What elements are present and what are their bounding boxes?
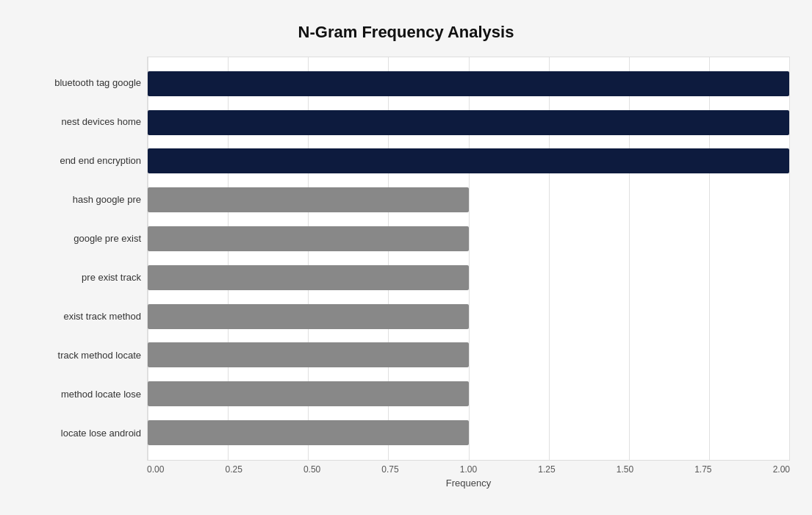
- bar-row: [148, 223, 789, 255]
- bar-row: [148, 300, 789, 333]
- bar-row: [148, 145, 789, 177]
- bar-8: [148, 381, 469, 406]
- bar-4: [148, 226, 469, 251]
- y-axis: bluetooth tag googlenest devices homeend…: [22, 57, 147, 461]
- bar-1: [148, 110, 789, 135]
- x-axis-labels: 0.000.250.500.751.001.251.501.752.00: [147, 461, 790, 475]
- y-label: bluetooth tag google: [22, 77, 147, 89]
- bar-row: [148, 262, 789, 294]
- bar-3: [148, 187, 469, 212]
- chart-container: N-Gram Frequency Analysis bluetooth tag …: [7, 8, 805, 508]
- bar-2: [148, 148, 789, 173]
- y-label: track method locate: [22, 350, 147, 361]
- plot-area: [147, 57, 790, 461]
- x-tick-label: 1.00: [460, 464, 477, 475]
- y-label: hash google pre: [22, 194, 147, 206]
- x-tick-label: 0.25: [225, 464, 242, 475]
- chart-area: bluetooth tag googlenest devices homeend…: [22, 57, 790, 461]
- bar-0: [148, 71, 789, 96]
- y-label: google pre exist: [22, 233, 147, 245]
- bar-row: [148, 107, 789, 139]
- gridline-8: [789, 57, 790, 460]
- bar-6: [148, 304, 469, 329]
- y-label: nest devices home: [22, 116, 147, 128]
- bars-container: [148, 57, 789, 460]
- x-tick-label: 1.50: [617, 464, 633, 475]
- x-tick-label: 1.75: [694, 464, 711, 475]
- x-axis-title: Frequency: [147, 478, 790, 489]
- x-tick-label: 0.00: [147, 464, 164, 475]
- y-label: pre exist track: [22, 272, 147, 284]
- x-tick-label: 2.00: [773, 464, 790, 475]
- bar-row: [148, 184, 789, 216]
- bar-5: [148, 265, 469, 290]
- bar-7: [148, 342, 469, 367]
- y-label: method locate lose: [22, 389, 147, 400]
- x-bottom: 0.000.250.500.751.001.251.501.752.00 Fre…: [147, 461, 790, 489]
- x-tick-label: 0.50: [303, 464, 320, 475]
- bar-row: [148, 68, 789, 100]
- y-label: locate lose android: [22, 428, 147, 439]
- x-tick-label: 0.75: [381, 464, 398, 475]
- x-tick-label: 1.25: [538, 464, 555, 475]
- chart-title: N-Gram Frequency Analysis: [22, 23, 790, 42]
- y-label: exist track method: [22, 311, 147, 323]
- bar-row: [148, 378, 789, 410]
- bar-row: [148, 339, 789, 371]
- bar-9: [148, 420, 469, 445]
- bar-row: [148, 417, 789, 449]
- y-label: end end encryption: [22, 155, 147, 167]
